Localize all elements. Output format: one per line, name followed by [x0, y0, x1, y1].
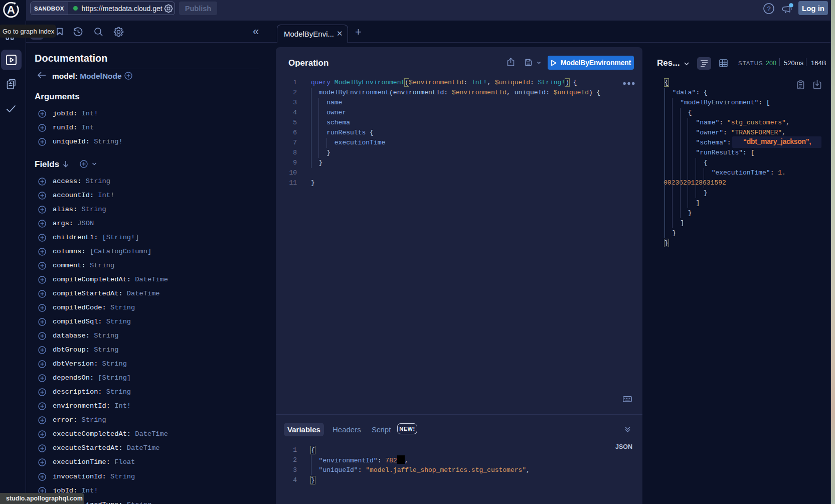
- svg-text:A: A: [7, 4, 15, 16]
- svg-text:?: ?: [767, 5, 770, 13]
